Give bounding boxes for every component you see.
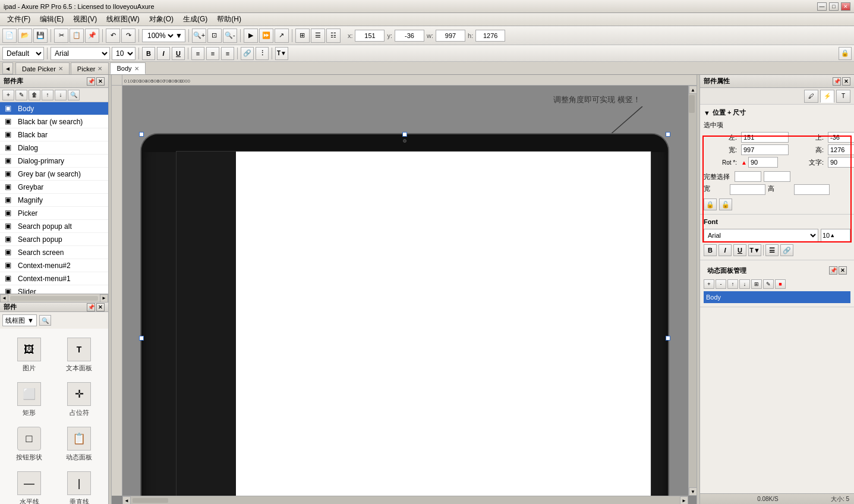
hscroll-left[interactable]: ◄ — [122, 496, 131, 504]
font-bold-btn[interactable]: B — [704, 244, 717, 256]
cut-button[interactable]: ✂ — [54, 29, 68, 43]
font-underline-btn[interactable]: U — [733, 244, 746, 256]
close-button[interactable]: ✕ — [841, 2, 850, 11]
left-scroll-left[interactable]: ◄ — [0, 294, 8, 303]
panel-add-btn[interactable]: + — [2, 90, 14, 100]
tab-body[interactable]: Body ✕ — [110, 62, 145, 74]
preview2-button[interactable]: ⏩ — [259, 29, 273, 43]
comp-magnify[interactable]: ▣ Magnify — [0, 194, 108, 207]
menu-file[interactable]: 文件(F) — [2, 13, 35, 26]
comp-grey-bar-search[interactable]: ▣ Grey bar (w search) — [0, 168, 108, 181]
comp-body[interactable]: ▣ Body — [0, 102, 108, 115]
panel-search-btn[interactable]: 🔍 — [68, 90, 80, 100]
paste-button[interactable]: 📌 — [85, 29, 99, 43]
comp-search-popup-alt[interactable]: ▣ Search popup alt — [0, 220, 108, 233]
align-center-text-button[interactable]: ≡ — [206, 47, 219, 60]
maximize-button[interactable]: □ — [829, 2, 839, 11]
align-right-text-button[interactable]: ≡ — [221, 47, 234, 60]
font-link-btn[interactable]: 🔗 — [780, 244, 793, 256]
comp-picker[interactable]: ▣ Picker — [0, 207, 108, 220]
undo-button[interactable]: ↶ — [106, 29, 120, 43]
props-tab-style[interactable]: 🖊 — [804, 90, 818, 103]
canvas-content[interactable]: 调整角度即可实现 横竖！ — [122, 86, 688, 496]
widget-image[interactable]: 🖼 图片 — [5, 333, 53, 377]
redo-button[interactable]: ↷ — [121, 29, 135, 43]
flowchart-dropdown[interactable]: 线框图 ▼ — [2, 314, 37, 326]
left-bottom-close[interactable]: ✕ — [96, 303, 105, 311]
left-panel-close[interactable]: ✕ — [96, 77, 105, 86]
lock-icon-btn[interactable]: 🔒 — [704, 199, 717, 210]
widget-vline[interactable]: | 垂直线 — [55, 467, 103, 504]
font-size-up-icon[interactable]: ▲ — [830, 232, 835, 238]
vscroll-thumb[interactable] — [689, 95, 695, 113]
left-input[interactable] — [741, 132, 789, 143]
extra-height-input[interactable] — [794, 184, 830, 195]
canvas-area[interactable]: 01002003004005006007008009001000 调整角度即可实… — [112, 75, 697, 504]
widget-hline[interactable]: — 水平线 — [5, 467, 53, 504]
props-tab-pos[interactable]: ⚡ — [820, 90, 834, 103]
hscroll-track[interactable] — [131, 496, 680, 504]
text-color-button[interactable]: T▼ — [275, 47, 288, 60]
sel-handle-ml[interactable] — [139, 336, 144, 341]
panel-edit-btn[interactable]: ✎ — [15, 90, 27, 100]
dyn-panel-pin[interactable]: 📌 — [829, 266, 837, 275]
align-left-text-button[interactable]: ≡ — [191, 47, 204, 60]
dyn-dup-btn[interactable]: ⊞ — [751, 279, 762, 289]
link-button[interactable]: 🔗 — [241, 47, 254, 60]
hscroll-right[interactable]: ► — [680, 496, 688, 504]
comp-greybar[interactable]: ▣ Greybar — [0, 181, 108, 194]
zoom-select[interactable]: 100% 75% 50% 150% 200% — [145, 31, 175, 40]
zoom-out-button[interactable]: 🔍- — [223, 29, 237, 43]
share-button[interactable]: ↗ — [275, 29, 289, 43]
panel-down-btn[interactable]: ↓ — [55, 90, 67, 100]
pos-toggle[interactable]: ▼ — [704, 109, 710, 116]
comp-black-bar-search[interactable]: ▣ Black bar (w search) — [0, 115, 108, 128]
width-input[interactable] — [741, 144, 789, 155]
vscroll-track[interactable] — [689, 94, 697, 487]
panel-up-btn[interactable]: ↑ — [42, 90, 53, 100]
new-button[interactable]: 📄 — [2, 29, 17, 43]
full-select-input1[interactable] — [735, 171, 761, 182]
sel-handle-mr[interactable] — [666, 336, 670, 341]
props-tab-events[interactable]: T — [836, 90, 850, 103]
align-center-button[interactable]: ☰ — [311, 29, 325, 43]
underline-button[interactable]: U — [172, 47, 185, 60]
copy-button[interactable]: 📋 — [70, 29, 84, 43]
comp-search-screen[interactable]: ▣ Search screen — [0, 246, 108, 259]
rot-input[interactable] — [748, 157, 778, 168]
dyn-panel-close[interactable]: ✕ — [839, 266, 847, 275]
sel-handle-tl[interactable] — [139, 132, 144, 137]
tab-picker[interactable]: Picker ✕ — [71, 62, 109, 74]
minimize-button[interactable]: — — [817, 2, 827, 11]
list-button[interactable]: ⋮ — [256, 47, 269, 60]
preview-button[interactable]: ▶ — [244, 29, 258, 43]
align-left-button[interactable]: ⊞ — [295, 29, 310, 43]
italic-button[interactable]: I — [157, 47, 170, 60]
unlock-icon-btn[interactable]: 🔓 — [719, 199, 732, 210]
font-family-select[interactable]: Arial Times New Roman Helvetica — [51, 47, 110, 60]
zoom-fit-button[interactable]: ⊡ — [207, 29, 222, 43]
widget-placeholder[interactable]: ✛ 占位符 — [55, 378, 103, 421]
tab-picker-close[interactable]: ✕ — [97, 65, 102, 72]
widget-textpanel[interactable]: T 文本面板 — [55, 333, 103, 377]
panel-del-btn[interactable]: 🗑 — [29, 90, 40, 100]
zoom-in-button[interactable]: 🔍+ — [192, 29, 206, 43]
dyn-item-body[interactable]: Body — [704, 291, 850, 303]
left-scroll-track[interactable] — [10, 296, 98, 301]
tab-scroll-left[interactable]: ◄ — [2, 62, 13, 74]
sel-handle-tr[interactable] — [666, 132, 670, 137]
widget-button[interactable]: □ 按钮形状 — [5, 423, 53, 466]
top-input[interactable] — [828, 132, 854, 143]
comp-black-bar[interactable]: ▣ Black bar — [0, 128, 108, 141]
comp-dialog[interactable]: ▣ Dialog — [0, 141, 108, 155]
extra-width-input[interactable] — [730, 184, 765, 195]
full-select-input2[interactable] — [764, 171, 790, 182]
right-panel-close[interactable]: ✕ — [842, 77, 850, 86]
comp-search-popup[interactable]: ▣ Search popup — [0, 233, 108, 246]
sel-handle-tc[interactable] — [402, 132, 407, 137]
widget-dynamic-panel[interactable]: 📋 动态面板 — [55, 423, 103, 466]
text-input[interactable] — [828, 157, 854, 168]
comp-context-menu1[interactable]: ▣ Context-menu#1 — [0, 272, 108, 285]
open-button[interactable]: 📂 — [18, 29, 32, 43]
menu-object[interactable]: 对象(O) — [144, 13, 178, 26]
